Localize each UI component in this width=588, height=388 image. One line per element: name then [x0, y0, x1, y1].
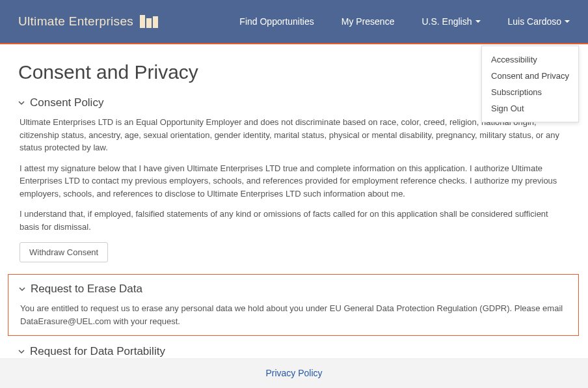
dropdown-item-consent-privacy[interactable]: Consent and Privacy — [482, 68, 578, 84]
header: Ultimate Enterprises Find Opportunities … — [0, 0, 588, 44]
brand-name: Ultimate Enterprises — [18, 14, 133, 29]
section-title: Consent Policy — [30, 96, 103, 109]
chevron-down-icon — [19, 286, 25, 292]
section-toggle-data-portability[interactable]: Request for Data Portability — [18, 345, 570, 358]
chevron-down-icon — [18, 348, 25, 355]
privacy-policy-link[interactable]: Privacy Policy — [265, 368, 322, 378]
dropdown-item-sign-out[interactable]: Sign Out — [482, 100, 578, 117]
withdraw-consent-button[interactable]: Withdraw Consent — [20, 242, 108, 262]
nav-label: U.S. English — [421, 16, 472, 27]
nav-user-menu[interactable]: Luis Cardoso — [508, 16, 570, 27]
nav-find-opportunities[interactable]: Find Opportunities — [239, 16, 314, 27]
brand[interactable]: Ultimate Enterprises — [18, 14, 158, 29]
buildings-icon — [140, 15, 158, 28]
paragraph: You are entitled to request us to erase … — [20, 302, 569, 327]
section-body: Ultimate Enterprises LTD is an Equal Opp… — [18, 116, 570, 262]
caret-down-icon — [475, 20, 481, 23]
section-title: Request to Erase Data — [31, 283, 142, 296]
section-erase-data: Request to Erase Data You are entitled t… — [8, 274, 579, 336]
chevron-down-icon — [18, 100, 25, 106]
nav-label: My Presence — [341, 16, 395, 27]
dropdown-item-subscriptions[interactable]: Subscriptions — [482, 84, 578, 100]
footer: Privacy Policy — [0, 358, 588, 388]
dropdown-item-accessibility[interactable]: Accessibility — [482, 51, 578, 68]
paragraph: I understand that, if employed, falsifie… — [20, 208, 570, 233]
nav-label: Find Opportunities — [239, 16, 314, 27]
section-body: You are entitled to request us to erase … — [19, 302, 569, 327]
nav-my-presence[interactable]: My Presence — [341, 16, 395, 27]
section-toggle-erase-data[interactable]: Request to Erase Data — [19, 283, 569, 296]
paragraph: I attest my signature below that I have … — [20, 162, 570, 201]
section-title: Request for Data Portability — [30, 345, 165, 358]
nav-label: Luis Cardoso — [508, 16, 562, 27]
caret-down-icon — [565, 20, 570, 23]
nav: Find Opportunities My Presence U.S. Engl… — [239, 16, 570, 27]
nav-language-selector[interactable]: U.S. English — [421, 16, 480, 27]
user-dropdown: Accessibility Consent and Privacy Subscr… — [481, 46, 579, 122]
